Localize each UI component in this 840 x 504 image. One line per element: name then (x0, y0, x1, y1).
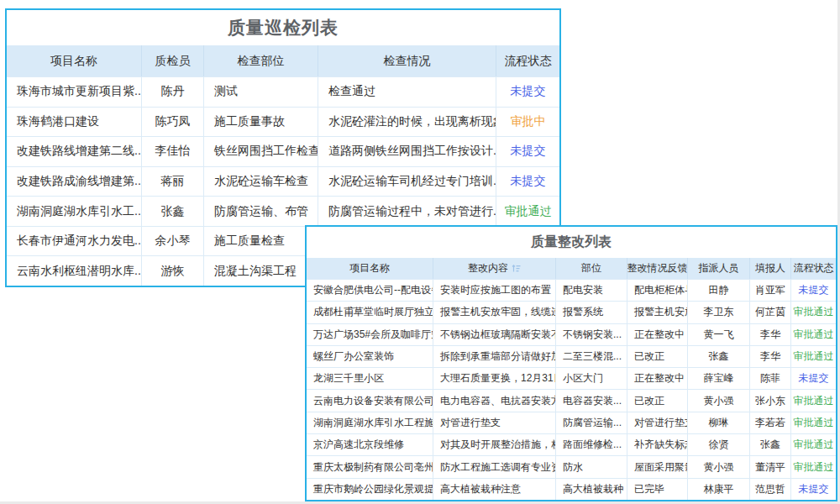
project-name-link[interactable]: 重庆市鹅岭公园绿化景观提升... (307, 479, 433, 500)
table-row: 云南电力设备安装有限公司20... 电力电容器、电抗器安装方案... 电容器安装… (307, 389, 836, 411)
inspection-situation-cell: 防腐管运输过程中，未对管进行... (318, 197, 496, 226)
inspector-name[interactable]: 陈丹 (141, 77, 203, 107)
reporter-name[interactable]: 何芷茵 (749, 302, 790, 323)
status-badge[interactable]: 审批通过 (790, 324, 836, 345)
sort-icon[interactable] (512, 264, 521, 273)
status-badge[interactable]: 审批通过 (790, 346, 836, 367)
project-name-link[interactable]: 云南水利枢纽潜明水库... (7, 256, 141, 286)
header-part: 部位 (555, 258, 627, 279)
reporter-name[interactable]: 张小东 (749, 390, 790, 411)
project-name-link[interactable]: 安徽合肥供电公司--配电设备... (307, 280, 433, 301)
project-name-link[interactable]: 改建铁路成渝线增建第... (7, 167, 141, 197)
inspection-part-cell: 施工质量事故 (203, 108, 318, 137)
project-name-link[interactable]: 长春市伊通河水力发电... (7, 227, 141, 256)
project-name-link[interactable]: 云南电力设备安装有限公司20... (307, 390, 433, 411)
part-cell: 报警系统 (555, 302, 627, 323)
status-badge[interactable]: 未提交 (496, 137, 559, 166)
part-cell: 防水 (555, 456, 627, 477)
rectify-content-cell: 高大植被栽种注意 (433, 479, 555, 500)
status-badge[interactable]: 未提交 (790, 479, 836, 500)
inspection-part-cell: 混凝土沟渠工程 (203, 256, 318, 286)
rectify-content-cell: 拆除到承重墙部分请做好加固... (433, 346, 555, 367)
header-project-name: 项目名称 (7, 45, 141, 76)
status-badge[interactable]: 未提交 (790, 368, 836, 389)
header-rectify-content[interactable]: 整改内容 (433, 258, 555, 279)
status-badge[interactable]: 未提交 (496, 77, 559, 107)
reporter-name[interactable]: 肖亚军 (749, 280, 790, 301)
inspection-situation-cell: 检查通过 (318, 77, 496, 107)
status-badge[interactable]: 审批通过 (496, 197, 559, 226)
inspector-name[interactable]: 张鑫 (141, 197, 203, 226)
reporter-name[interactable]: 李华 (749, 346, 790, 367)
assignee-name[interactable]: 林康平 (687, 479, 749, 500)
reporter-name[interactable]: 陈菲 (749, 368, 790, 389)
assignee-name[interactable]: 张鑫 (687, 346, 749, 367)
assignee-name[interactable]: 黄一飞 (687, 324, 749, 345)
rectification-list-card: 质量整改列表 项目名称 整改内容 部位 整改情况反馈 指派人员 填报人 流程状态… (305, 225, 837, 501)
part-cell: 不锈钢安装... (555, 324, 627, 345)
assignee-name[interactable]: 李卫东 (687, 302, 749, 323)
inspector-name[interactable]: 余小琴 (141, 227, 203, 256)
table-row: 万达广场35#会所及咖啡厅空... 不锈钢边框玻璃隔断安装不牢... 不锈钢安装… (307, 323, 836, 345)
assignee-name[interactable]: 黄小强 (687, 456, 749, 477)
rectify-content-cell: 报警主机安放牢固，线缆连接... (433, 302, 555, 323)
inspector-name[interactable]: 蒋丽 (141, 167, 203, 197)
rectify-content-cell: 防水工程施工选调有专业资质... (433, 456, 555, 477)
project-name-link[interactable]: 珠海鹤港口建设 (7, 108, 141, 137)
rectify-content-cell: 不锈钢边框玻璃隔断安装不牢... (433, 324, 555, 345)
project-name-link[interactable]: 龙湖三千里小区 (307, 368, 433, 389)
header-rectify-content-label: 整改内容 (468, 261, 508, 276)
status-badge[interactable]: 审批通过 (790, 456, 836, 477)
project-name-link[interactable]: 万达广场35#会所及咖啡厅空... (307, 324, 433, 345)
reporter-name[interactable]: 范思哲 (749, 479, 790, 500)
project-name-link[interactable]: 成都杜甫草堂临时展厅独立展... (307, 302, 433, 323)
reporter-name[interactable]: 李若若 (749, 412, 790, 433)
status-badge[interactable]: 审批通过 (790, 412, 836, 433)
rectification-list-title: 质量整改列表 (307, 227, 836, 258)
inspection-list-title: 质量巡检列表 (7, 10, 559, 45)
header-project-name: 项目名称 (307, 258, 433, 279)
assignee-name[interactable]: 黄小强 (687, 390, 749, 411)
inspector-name[interactable]: 陈巧凤 (141, 108, 203, 137)
project-name-link[interactable]: 湖南洞庭湖水库引水工... (7, 197, 141, 226)
reporter-name[interactable]: 董清平 (749, 456, 790, 477)
status-badge[interactable]: 审批中 (496, 108, 559, 137)
inspection-table-header: 项目名称 质检员 检查部位 检查情况 流程状态 (7, 45, 559, 76)
status-badge[interactable]: 审批通过 (790, 302, 836, 323)
reporter-name[interactable]: 李华 (749, 324, 790, 345)
header-inspector: 质检员 (141, 45, 203, 76)
status-badge[interactable]: 未提交 (496, 167, 559, 197)
reporter-name[interactable]: 张鑫 (749, 434, 790, 455)
inspector-name[interactable]: 李佳怡 (141, 137, 203, 166)
assignee-name[interactable]: 徐贤 (687, 434, 749, 455)
header-flow-status: 流程状态 (790, 258, 836, 279)
inspection-part-cell: 测试 (203, 77, 318, 107)
status-badge[interactable]: 审批通过 (790, 434, 836, 455)
project-name-link[interactable]: 重庆太极制药有限公司亳州中... (307, 456, 433, 477)
assignee-name[interactable]: 薛宝峰 (687, 368, 749, 389)
feedback-cell: 已完毕 (627, 479, 687, 500)
project-name-link[interactable]: 珠海市城市更新项目紫... (7, 77, 141, 107)
project-name-link[interactable]: 改建铁路线增建第二线... (7, 137, 141, 166)
feedback-cell: 报警主机安放... (627, 302, 687, 323)
inspector-name[interactable]: 游恢 (141, 256, 203, 286)
assignee-name[interactable]: 田静 (687, 280, 749, 301)
part-cell: 高大植被栽种 (555, 479, 627, 500)
status-badge[interactable]: 审批通过 (790, 390, 836, 411)
part-cell: 防腐管运输... (555, 412, 627, 433)
feedback-cell: 补齐缺失标志... (627, 434, 687, 455)
project-name-link[interactable]: 湖南洞庭湖水库引水工程施工标 (307, 412, 433, 433)
part-cell: 小区大门 (555, 368, 627, 389)
rectify-content-cell: 大理石质量更换，12月31日之... (433, 368, 555, 389)
project-name-link[interactable]: 螺丝厂办公室装饰 (307, 346, 433, 367)
table-row: 京沪高速北京段维修 对其及时开展整治措施，桥头... 路面维修检... 补齐缺失… (307, 433, 836, 455)
rectify-content-cell: 对管进行垫支 (433, 412, 555, 433)
inspection-part-cell: 施工质量检查 (203, 227, 318, 256)
status-badge[interactable]: 未提交 (790, 280, 836, 301)
header-inspection-situation: 检查情况 (318, 45, 496, 76)
assignee-name[interactable]: 柳琳 (687, 412, 749, 433)
table-row: 重庆市鹅岭公园绿化景观提升... 高大植被栽种注意 高大植被栽种 已完毕 林康平… (307, 478, 836, 500)
rectification-table-body: 安徽合肥供电公司--配电设备... 安装时应按施工图的布置，将... 配电安装 … (307, 279, 836, 500)
project-name-link[interactable]: 京沪高速北京段维修 (307, 434, 433, 455)
part-cell: 路面维修检... (555, 434, 627, 455)
